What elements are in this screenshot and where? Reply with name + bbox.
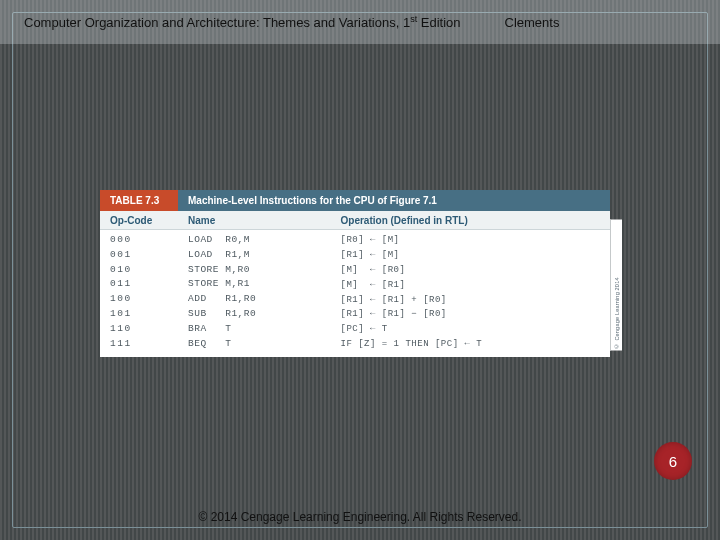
cell-rtl: [R1] ← [M] (331, 248, 610, 263)
table-row: 100 ADD R1,R0 [R1] ← [R1] + [R0] (100, 292, 610, 307)
cell-opcode: 110 (100, 322, 178, 337)
table-row: 101 SUB R1,R0 [R1] ← [R1] − [R0] (100, 307, 610, 322)
table-row: 011 STORE M,R1 [M] ← [R1] (100, 277, 610, 292)
cell-rtl: IF [Z] = 1 THEN [PC] ← T (331, 337, 610, 357)
cell-rtl: [R1] ← [R1] − [R0] (331, 307, 610, 322)
slide: Computer Organization and Architecture: … (0, 0, 720, 540)
cell-rtl: [R0] ← [M] (331, 230, 610, 248)
cell-name: SUB R1,R0 (178, 307, 331, 322)
cell-opcode: 001 (100, 248, 178, 263)
table-row: 110 BRA T [PC] ← T (100, 322, 610, 337)
slide-header: Computer Organization and Architecture: … (0, 0, 720, 44)
cell-name: BRA T (178, 322, 331, 337)
col-operation: Operation (Defined in RTL) (331, 211, 610, 230)
page-number: 6 (669, 453, 677, 470)
copyright-footer: © 2014 Cengage Learning Engineering. All… (0, 510, 720, 524)
cell-rtl: [M] ← [R0] (331, 263, 610, 278)
table-row: 001 LOAD R1,M [R1] ← [M] (100, 248, 610, 263)
book-author: Clements (505, 15, 560, 30)
cell-name: STORE M,R0 (178, 263, 331, 278)
instruction-table: TABLE 7.3 Machine-Level Instructions for… (100, 190, 610, 357)
cell-name: BEQ T (178, 337, 331, 357)
title-prefix: Computer Organization and Architecture: … (24, 15, 410, 30)
cell-opcode: 100 (100, 292, 178, 307)
col-opcode: Op-Code (100, 211, 178, 230)
table-title-row: TABLE 7.3 Machine-Level Instructions for… (100, 190, 610, 211)
cell-opcode: 101 (100, 307, 178, 322)
cell-rtl: [M] ← [R1] (331, 277, 610, 292)
table-number: TABLE 7.3 (100, 190, 178, 211)
table-caption: Machine-Level Instructions for the CPU o… (178, 190, 610, 211)
page-number-badge: 6 (654, 442, 692, 480)
book-title: Computer Organization and Architecture: … (24, 14, 461, 30)
cell-name: STORE M,R1 (178, 277, 331, 292)
copyright-side-label: © Cengage Learning 2014 (610, 220, 622, 351)
title-suffix: Edition (417, 15, 460, 30)
cell-name: LOAD R0,M (178, 230, 331, 248)
cell-opcode: 111 (100, 337, 178, 357)
table-header-row: Op-Code Name Operation (Defined in RTL) (100, 211, 610, 230)
cell-opcode: 010 (100, 263, 178, 278)
cell-name: ADD R1,R0 (178, 292, 331, 307)
cell-opcode: 000 (100, 230, 178, 248)
cell-opcode: 011 (100, 277, 178, 292)
table-row: 111 BEQ T IF [Z] = 1 THEN [PC] ← T (100, 337, 610, 357)
cell-rtl: [PC] ← T (331, 322, 610, 337)
table-figure: © Cengage Learning 2014 TABLE 7.3 Machin… (100, 190, 610, 357)
cell-rtl: [R1] ← [R1] + [R0] (331, 292, 610, 307)
col-name: Name (178, 211, 331, 230)
table-row: 000 LOAD R0,M [R0] ← [M] (100, 230, 610, 248)
cell-name: LOAD R1,M (178, 248, 331, 263)
table-row: 010 STORE M,R0 [M] ← [R0] (100, 263, 610, 278)
